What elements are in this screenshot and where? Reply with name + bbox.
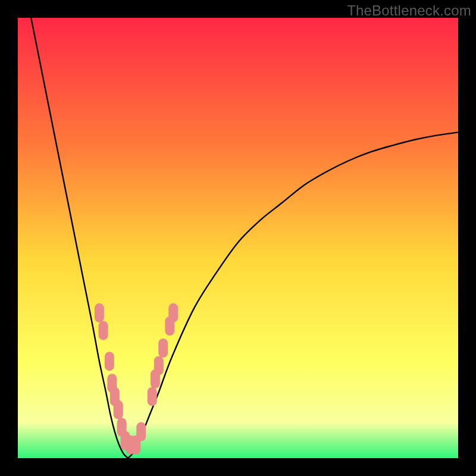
data-marker [99,321,108,340]
watermark-text: TheBottleneck.com [347,2,471,19]
data-marker [154,356,164,375]
data-marker [168,303,178,322]
data-marker [114,400,123,419]
gradient-background [18,18,458,458]
data-marker [148,387,157,406]
chart-frame: TheBottleneck.com [0,0,476,476]
data-marker [158,339,168,358]
chart-svg [18,18,458,458]
data-marker [136,422,146,441]
data-marker [95,303,104,322]
data-marker [105,352,114,371]
